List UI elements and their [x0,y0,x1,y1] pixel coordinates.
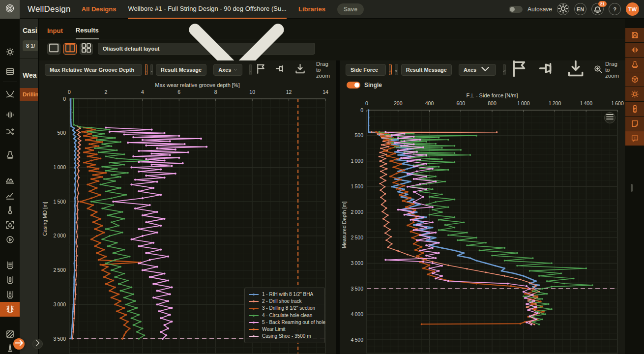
table-view-button[interactable] [150,64,153,75]
right-rail-item-settings-gear[interactable] [625,87,644,101]
notification-badge: 21 [598,1,607,7]
right-rail-item-floppy-save[interactable] [625,28,644,42]
side-panel-title: Casi [23,27,38,34]
notifications-button[interactable]: 21 [591,3,604,15]
legend-entry[interactable]: 4 - Circulate hole clean [249,312,321,319]
right-rail-item-vibration[interactable] [625,43,644,57]
sidebar-item-vibration[interactable] [0,107,20,122]
table-view-button[interactable] [395,64,398,75]
charts-region: Max Relative Wear Groove Depth Result Me… [39,60,625,354]
layout-single-button[interactable] [47,43,60,55]
expand-panel-button[interactable] [32,339,43,349]
sidebar-item-settings-gear[interactable] [0,44,20,59]
legend-entry[interactable]: Casing Shoe - 3500 m [249,333,321,340]
right-rail-item-flask[interactable] [625,58,644,72]
sidebar-item-layers[interactable] [0,64,20,79]
chart-view-button[interactable] [389,64,392,75]
legend-swatch [249,294,259,295]
expand-icon [503,65,505,74]
sidebar-item-line-chart[interactable] [0,188,20,203]
legend-label: 4 - Circulate hole clean [262,312,312,319]
right-rail-item-steering-wheel[interactable] [625,72,644,87]
pin-icon[interactable] [274,62,287,77]
tab-results[interactable]: Results [76,27,99,39]
casing-dual-icon [5,275,15,285]
right-icon-rail [625,19,644,354]
nav-all-designs[interactable]: All Designs [82,5,117,13]
sidebar-item-casing-inner[interactable] [0,287,20,302]
sidebar-item-terrain-chart[interactable] [0,172,20,187]
sidebar-item-droplet-expand[interactable] [0,217,20,232]
legend-entry[interactable]: 1 - RIH with 8 1/2" BHA [249,291,321,298]
pin-icon[interactable] [537,58,557,81]
save-button[interactable]: Save [337,3,364,15]
pane-grid-icon [80,42,92,56]
layout-preset-dropdown[interactable]: Oliasoft default layout [98,43,315,55]
tabs-row: Input Results [39,19,625,39]
legend-swatch [249,301,259,302]
sideforce-series-dropdown[interactable]: Side Force [346,64,386,76]
fullscreen-button[interactable] [503,64,506,75]
svg-text:3 000: 3 000 [54,301,66,307]
nav-libraries[interactable]: Libraries [298,5,325,13]
right-rail-item-chat-warning[interactable] [625,131,644,146]
legend-entry[interactable]: Wear Limit [249,326,321,333]
wear-chart-panel: Max Relative Wear Groove Depth Result Me… [39,60,336,354]
legend-entry[interactable]: 3 - Drilling 8 1/2" section [249,305,321,312]
fullscreen-button[interactable] [249,64,252,75]
sidebar-item-casing-wear[interactable] [0,302,20,317]
steering-wheel-icon [631,75,639,84]
tab-input[interactable]: Input [47,27,63,39]
svg-text:800: 800 [488,100,497,106]
result-message-button[interactable]: Result Message [156,64,206,76]
download-icon[interactable] [294,62,306,77]
legend-swatch [249,329,259,330]
sidebar-item-casing-dual[interactable] [0,272,20,287]
axes-dropdown[interactable]: Axes [459,64,496,76]
active-design-tab[interactable]: Wellbore #1 - Full String Design - 90 de… [128,0,287,19]
legend-menu-button[interactable] [604,112,615,123]
autosave-toggle[interactable] [509,6,523,13]
layout-split-button[interactable] [63,43,77,55]
sidebar-item-crossing-arrows[interactable] [0,124,20,139]
layout-grid-button[interactable] [80,43,93,55]
wear-series-dropdown[interactable]: Max Relative Wear Groove Depth [45,64,142,76]
right-rail-item-note-page[interactable] [625,117,644,131]
svg-text:200: 200 [394,100,403,106]
side-panel-active-item[interactable]: Drillin [20,88,38,101]
table-icon [395,65,397,74]
sidebar-item-trajectory-curves[interactable] [0,87,20,101]
side-panel-chip[interactable]: 8 1/ [23,40,38,51]
oliasoft-logo[interactable] [0,0,20,19]
app-name: WellDesign [28,4,71,14]
layout-toolbar: Oliasoft default layout [39,39,625,58]
trajectory-curves-icon [5,89,15,99]
expand-sidebar-fab[interactable] [13,338,25,350]
sidebar-item-thermometer[interactable] [0,203,20,217]
report-icon[interactable] [255,62,267,77]
axes-dropdown[interactable]: Axes [213,64,242,76]
download-icon[interactable] [565,58,586,81]
sideforce-chart[interactable]: 02004006008001 0001 2001 4001 60005001 0… [340,91,625,354]
help-button[interactable]: ? [609,3,621,15]
chart-view-button[interactable] [145,64,147,75]
result-message-button[interactable]: Result Message [401,64,452,76]
sidebar-item-casing-single[interactable] [0,258,20,272]
scrollbar-handle[interactable] [631,184,633,192]
avatar[interactable]: TW [626,2,639,16]
legend-entry[interactable]: 5 - Back Reaming out of hole [249,319,321,326]
legend-entry[interactable]: 2 - Drill shoe track [249,298,321,305]
line-chart-icon [389,65,391,74]
svg-text:3 000: 3 000 [351,260,364,266]
language-button[interactable]: EN [574,3,586,15]
layers-icon [5,67,15,76]
report-icon[interactable] [509,58,529,81]
sidebar-item-flask[interactable] [0,148,20,162]
right-rail-item-ruler[interactable] [625,102,644,116]
expand-icon [250,65,251,74]
sidebar-item-gear-play[interactable] [0,232,20,247]
single-toggle[interactable] [347,82,360,88]
floppy-save-icon [631,31,639,39]
theme-button[interactable] [557,3,569,15]
svg-text:1 500: 1 500 [351,183,364,189]
